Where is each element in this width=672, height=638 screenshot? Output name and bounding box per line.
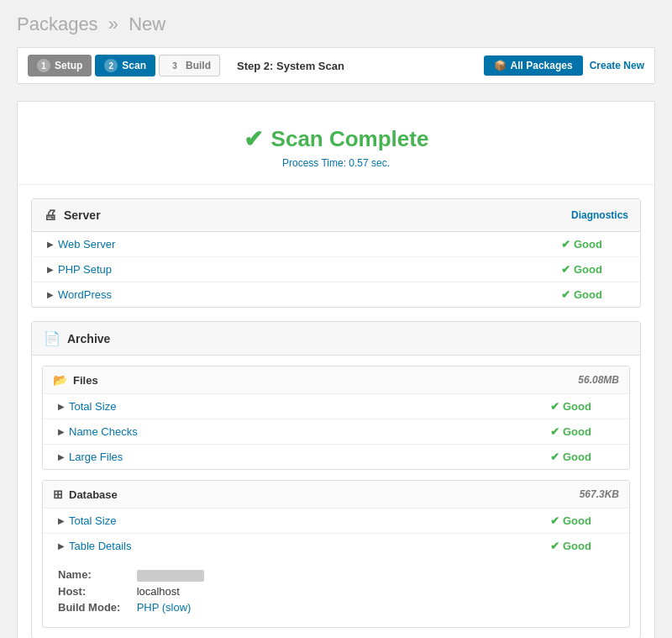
scan-complete-title: ✔ Scan Complete (34, 125, 638, 153)
page-title-packages: Packages (17, 13, 98, 34)
files-size: 56.08MB (578, 374, 619, 386)
archive-section-header: 📄 Archive (32, 322, 640, 356)
files-label: Files (73, 374, 98, 387)
row-arrow-icon: ▶ (47, 265, 54, 274)
step-label-build: Build (186, 60, 211, 71)
web-server-status: ✔ Good (561, 238, 628, 250)
check-mark-icon: ✔ (550, 540, 559, 552)
check-mark-icon: ✔ (550, 425, 559, 438)
table-row: ▶ Total Size ✔ Good (43, 509, 629, 534)
large-files-status: ✔ Good (550, 451, 617, 463)
wordpress-link[interactable]: WordPress (58, 288, 561, 301)
step-tab-scan[interactable]: 2 Scan (95, 55, 155, 76)
top-bar: 1 Setup 2 Scan 3 Build Step 2: System Sc… (17, 47, 655, 84)
name-checks-status: ✔ Good (550, 425, 617, 438)
table-details-link[interactable]: Table Details (69, 540, 550, 552)
total-size-status-text: Good (563, 400, 591, 413)
step-number-1: 1 (37, 59, 50, 72)
database-subsection-header: ⊞ Database 567.3KB (43, 481, 629, 509)
all-packages-button[interactable]: 📦 All Packages (484, 55, 583, 76)
table-row: ▶ Large Files ✔ Good (43, 445, 629, 469)
db-info: Name: Host: localhost Build Mode: PHP (s… (43, 558, 629, 627)
server-section-label: Server (64, 208, 101, 222)
php-setup-link[interactable]: PHP Setup (58, 263, 561, 276)
web-server-link[interactable]: Web Server (58, 238, 561, 250)
row-arrow-icon: ▶ (58, 452, 65, 461)
db-build-mode-row: Build Mode: PHP (slow) (58, 601, 614, 614)
scan-complete-header: ✔ Scan Complete Process Time: 0.57 sec. (18, 102, 654, 185)
step-tab-build[interactable]: 3 Build (159, 55, 220, 76)
database-label: Database (69, 488, 118, 501)
large-files-status-text: Good (563, 451, 591, 463)
check-mark-icon: ✔ (550, 514, 559, 527)
server-section: 🖨 Server Diagnostics ▶ Web Server ✔ Good… (31, 198, 641, 308)
wordpress-status-text: Good (574, 288, 602, 301)
database-rows: ▶ Total Size ✔ Good ▶ Table Details ✔ Go… (43, 509, 629, 558)
row-arrow-icon: ▶ (58, 427, 65, 436)
web-server-status-text: Good (574, 238, 602, 250)
table-row: ▶ Total Size ✔ Good (43, 394, 629, 419)
database-header-left: ⊞ Database (53, 488, 118, 501)
archive-icon: 📄 (44, 330, 60, 346)
wordpress-status: ✔ Good (561, 288, 628, 301)
db-build-mode-label: Build Mode: (58, 601, 134, 614)
scan-complete-check-icon: ✔ (244, 125, 263, 153)
check-mark-icon: ✔ (561, 288, 570, 301)
check-mark-icon: ✔ (550, 451, 559, 463)
row-arrow-icon: ▶ (58, 516, 65, 525)
archive-section: 📄 Archive 📂 Files 56.08MB ▶ Total Size (31, 321, 641, 638)
db-name-redacted (137, 570, 204, 582)
db-name-label: Name: (58, 568, 134, 581)
archive-section-label: Archive (67, 332, 110, 345)
step-tabs: 1 Setup 2 Scan 3 Build (28, 55, 220, 76)
archive-section-header-left: 📄 Archive (44, 330, 110, 346)
name-checks-link[interactable]: Name Checks (69, 425, 550, 438)
table-row: ▶ WordPress ✔ Good (32, 282, 640, 307)
database-subsection: ⊞ Database 567.3KB ▶ Total Size ✔ Good (42, 480, 630, 628)
files-icon: 📂 (53, 373, 67, 387)
page-title-new: New (129, 13, 165, 34)
files-subsection-header: 📂 Files 56.08MB (43, 366, 629, 394)
files-subsection: 📂 Files 56.08MB ▶ Total Size ✔ Good (42, 366, 630, 470)
create-new-link[interactable]: Create New (590, 60, 644, 71)
files-rows: ▶ Total Size ✔ Good ▶ Name Checks ✔ Good (43, 394, 629, 469)
check-mark-icon: ✔ (550, 400, 559, 413)
row-arrow-icon: ▶ (47, 240, 54, 249)
table-row: ▶ Web Server ✔ Good (32, 232, 640, 257)
step-label-scan: Scan (122, 60, 146, 71)
process-time: Process Time: 0.57 sec. (34, 157, 638, 169)
top-bar-actions: 📦 All Packages Create New (484, 55, 644, 76)
large-files-link[interactable]: Large Files (69, 451, 550, 463)
server-rows: ▶ Web Server ✔ Good ▶ PHP Setup ✔ Good (32, 232, 640, 307)
db-build-mode-link[interactable]: PHP (slow) (137, 601, 192, 614)
all-packages-label: All Packages (511, 60, 573, 71)
total-size-link[interactable]: Total Size (69, 400, 550, 413)
diagnostics-link[interactable]: Diagnostics (571, 209, 628, 221)
step-tab-setup[interactable]: 1 Setup (28, 55, 92, 76)
row-arrow-icon: ▶ (58, 541, 65, 551)
db-name-row: Name: (58, 568, 614, 582)
server-section-header-left: 🖨 Server (44, 208, 101, 223)
main-content: ✔ Scan Complete Process Time: 0.57 sec. … (17, 101, 655, 638)
table-row: ▶ Name Checks ✔ Good (43, 419, 629, 445)
db-host-row: Host: localhost (58, 585, 614, 598)
row-arrow-icon: ▶ (47, 290, 54, 299)
server-icon: 🖨 (44, 208, 57, 223)
page-title: Packages » New (17, 13, 655, 35)
table-details-status-text: Good (563, 540, 591, 552)
db-total-size-status: ✔ Good (550, 514, 617, 527)
db-total-size-link[interactable]: Total Size (69, 514, 550, 527)
total-size-status: ✔ Good (550, 400, 617, 413)
page-title-separator: » (108, 13, 118, 34)
step-title: Step 2: System Scan (237, 60, 344, 72)
table-row: ▶ Table Details ✔ Good (43, 534, 629, 558)
php-setup-status-text: Good (574, 263, 602, 276)
db-host-label: Host: (58, 585, 134, 598)
scan-complete-text: Scan Complete (271, 126, 429, 152)
step-number-3: 3 (168, 59, 181, 72)
php-setup-status: ✔ Good (561, 263, 628, 276)
table-row: ▶ PHP Setup ✔ Good (32, 257, 640, 282)
check-mark-icon: ✔ (561, 263, 570, 276)
name-checks-status-text: Good (563, 425, 591, 438)
files-header-left: 📂 Files (53, 373, 98, 387)
